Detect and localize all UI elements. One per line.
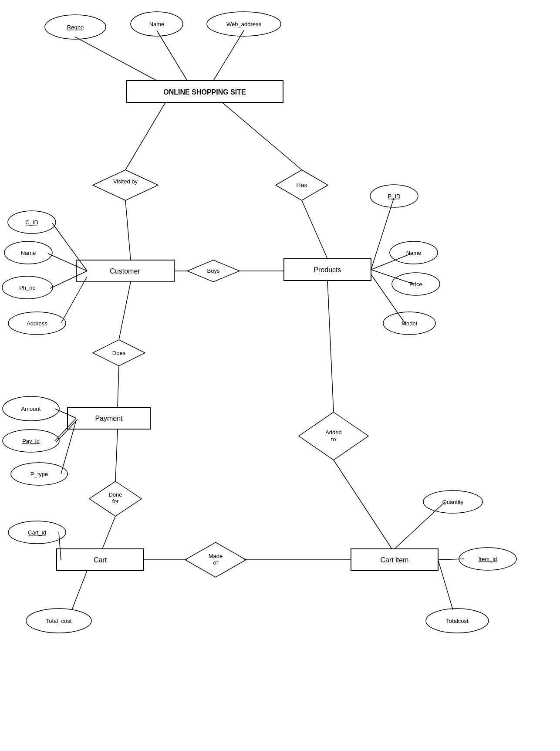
er-diagram: ONLINE SHOPPING SITE Customer Products P… — [0, 0, 560, 751]
svg-line-26 — [72, 571, 87, 610]
svg-line-11 — [371, 197, 394, 270]
attr-regno-label: Regno — [67, 24, 84, 30]
svg-line-24 — [102, 516, 115, 549]
rel-done-for-label: Done — [108, 491, 122, 498]
entity-payment-label: Payment — [95, 415, 123, 422]
svg-line-7 — [52, 223, 87, 271]
svg-line-32 — [438, 559, 464, 560]
svg-line-19 — [55, 409, 76, 418]
attr-amount-label: Amount — [21, 406, 41, 412]
attr-web-address-label: Web_address — [226, 21, 261, 27]
svg-line-28 — [334, 460, 392, 549]
svg-line-10 — [61, 277, 87, 323]
entity-products-label: Products — [314, 266, 341, 274]
svg-line-5 — [125, 200, 131, 260]
attr-cust-name-label: Name — [21, 250, 36, 256]
attr-pay-id-label: Pay_id — [22, 438, 40, 444]
rel-made-of-label2: of — [213, 559, 218, 566]
svg-line-21 — [56, 419, 78, 442]
rel-visited-by — [93, 170, 158, 200]
svg-line-0 — [75, 37, 157, 81]
attr-c-id-label: C_ID — [25, 219, 38, 226]
svg-line-9 — [50, 271, 87, 288]
attr-total-cost-label: Total_cost — [46, 618, 72, 624]
attr-address-label: Address — [27, 320, 47, 327]
attr-ph-no-label: Ph_no — [19, 284, 36, 291]
attr-item-id-label: Item_id — [479, 556, 497, 562]
svg-line-1 — [157, 30, 187, 81]
rel-added-to-label: Added — [325, 429, 342, 436]
svg-line-12 — [371, 254, 412, 270]
svg-line-8 — [48, 254, 87, 271]
svg-line-14 — [371, 274, 405, 323]
attr-p-type-label: P_type — [30, 471, 48, 477]
rel-has-label: Has — [297, 182, 307, 189]
rel-added-to-label2: to — [331, 436, 336, 443]
svg-line-27 — [327, 281, 334, 412]
svg-line-2 — [213, 30, 244, 81]
svg-line-6 — [302, 200, 327, 259]
svg-line-23 — [115, 429, 118, 481]
attr-model-label: Model — [401, 320, 417, 327]
svg-line-31 — [395, 502, 445, 549]
attr-prod-name-label: Name — [406, 250, 422, 256]
entity-online-shopping-label: ONLINE SHOPPING SITE — [163, 88, 246, 96]
entity-customer-label: Customer — [110, 267, 140, 275]
rel-done-for-label2: for — [112, 498, 119, 504]
svg-line-17 — [119, 282, 131, 340]
rel-does-label: Does — [112, 350, 126, 356]
attr-price-label: Price — [409, 281, 422, 288]
attr-cart-id-label: Cart_id — [28, 529, 46, 536]
svg-line-4 — [222, 102, 302, 170]
entity-cart-label: Cart — [94, 556, 107, 564]
attr-quantity-label: Quantity — [442, 499, 464, 505]
svg-line-33 — [438, 560, 453, 610]
rel-buys-label: Buys — [207, 267, 220, 274]
attr-totalcost-label: Totalcost — [446, 618, 469, 624]
attr-p-id-label: P_ID — [388, 193, 401, 200]
rel-made-of-label: Made — [209, 553, 223, 559]
rel-visited-by-label: Visited by — [113, 178, 138, 185]
entity-cart-item-label: Cart item — [381, 556, 409, 564]
svg-line-25 — [59, 532, 61, 560]
svg-line-22 — [61, 420, 76, 474]
attr-oss-name-label: Name — [149, 21, 165, 27]
svg-line-18 — [118, 366, 119, 407]
svg-line-3 — [125, 102, 165, 170]
